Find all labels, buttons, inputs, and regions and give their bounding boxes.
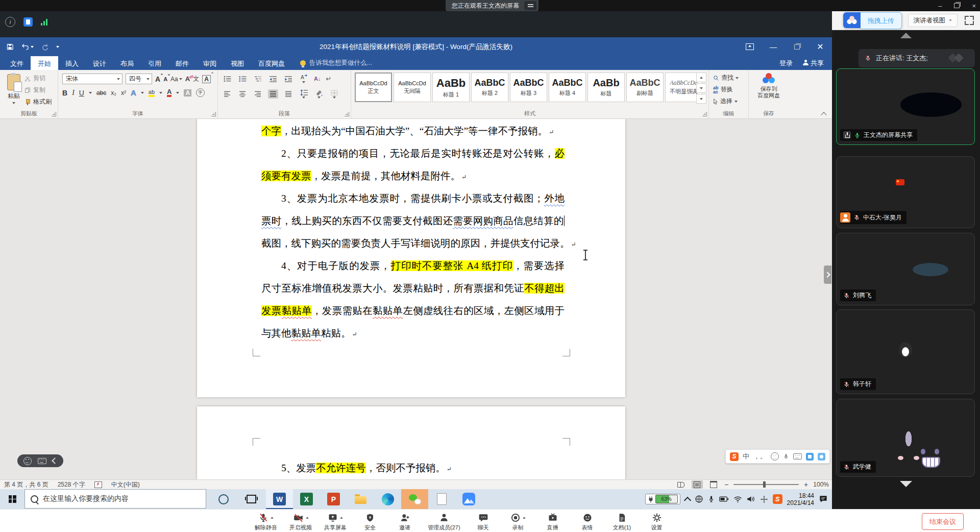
participant-tile[interactable]: 刘腾飞: [836, 233, 975, 305]
sogou-tray-icon[interactable]: S: [773, 494, 782, 504]
tab-references[interactable]: 引用: [141, 56, 168, 70]
tray-expand-icon[interactable]: [684, 496, 691, 503]
taskbar-notepad[interactable]: [428, 489, 455, 509]
share-screen-button[interactable]: 共享屏幕: [324, 512, 347, 531]
participant-tile[interactable]: 武学健: [836, 399, 975, 477]
taskbar-word[interactable]: W: [266, 489, 293, 509]
collapse-ribbon-button[interactable]: [822, 112, 827, 115]
style-title[interactable]: AaBb标题: [587, 72, 625, 102]
meeting-info-icon[interactable]: i: [5, 17, 15, 27]
bullets-button[interactable]: [222, 74, 232, 83]
mute-button[interactable]: 解除静音: [254, 512, 278, 531]
soft-keyboard-icon[interactable]: [793, 453, 802, 460]
zoom-level[interactable]: 100%: [813, 481, 829, 488]
underline-button[interactable]: U: [79, 89, 84, 97]
view-mode-button[interactable]: 演讲者视图: [908, 14, 958, 27]
zoom-out-button[interactable]: −: [724, 480, 728, 489]
sort-button[interactable]: A↓: [314, 76, 321, 82]
share-options-arrow[interactable]: [340, 517, 342, 519]
font-dialog-launcher[interactable]: [211, 112, 216, 116]
sogou-logo-icon[interactable]: S: [730, 452, 739, 461]
line-spacing-button[interactable]: [299, 89, 309, 99]
text-effects-dropdown-icon[interactable]: [141, 92, 144, 94]
grow-font-button[interactable]: A: [155, 75, 160, 83]
taskbar-clock[interactable]: 18:44 2021/4/14: [787, 492, 814, 506]
italic-button[interactable]: I: [72, 89, 75, 97]
security-button[interactable]: 安全: [358, 512, 382, 531]
cut-button[interactable]: 剪切: [24, 74, 52, 83]
settings-button[interactable]: 设置: [645, 512, 669, 531]
wifi-icon[interactable]: [733, 496, 742, 503]
document-area[interactable]: 个字，出现抬头为“中国石油大学”、“石油大学”等一律不予报销。↵2、只要是报销的…: [0, 119, 832, 479]
expand-panel-tab[interactable]: [824, 265, 831, 284]
tab-mailings[interactable]: 邮件: [168, 56, 196, 70]
tab-baidu-netdisk[interactable]: 百度网盘: [251, 56, 292, 70]
find-button[interactable]: 查找: [713, 74, 739, 82]
font-size-select[interactable]: 四号: [126, 74, 152, 84]
taskbar-powerpoint[interactable]: P: [320, 489, 347, 509]
taskbar-search-box[interactable]: 在这里输入你要搜索的内容: [24, 489, 206, 509]
asian-layout-button[interactable]: A: [299, 74, 309, 83]
document-page-4[interactable]: 个字，出现抬头为“中国石油大学”、“石油大学”等一律不予报销。↵2、只要是报销的…: [197, 119, 625, 397]
save-icon[interactable]: [6, 43, 14, 51]
undo-dropdown-icon[interactable]: [31, 46, 34, 48]
increase-indent-button[interactable]: [283, 74, 293, 83]
punctuation-mode[interactable]: ，。: [753, 452, 767, 461]
taskbar-wechat[interactable]: [401, 489, 428, 509]
tab-design[interactable]: 设计: [86, 56, 113, 70]
skin-icon[interactable]: [806, 453, 814, 461]
align-center-button[interactable]: [237, 89, 248, 99]
live-button[interactable]: 直播: [541, 512, 565, 531]
record-options-arrow[interactable]: [523, 517, 525, 519]
participant-tile[interactable]: 韩子轩: [836, 309, 975, 394]
style-subtitle[interactable]: AaBbC副标题: [626, 72, 664, 102]
fullscreen-button[interactable]: [964, 15, 975, 26]
keyboard-icon[interactable]: [38, 458, 46, 464]
font-color-button[interactable]: A: [167, 89, 172, 97]
participant-tile-sharing[interactable]: 王文杰的屏幕共享: [836, 68, 975, 145]
read-mode-button[interactable]: [675, 480, 687, 489]
tab-review[interactable]: 审阅: [196, 56, 224, 70]
print-layout-button[interactable]: [692, 480, 703, 489]
battery-tray-icon[interactable]: [719, 496, 729, 502]
font-family-select[interactable]: 宋体: [62, 74, 122, 84]
styles-dialog-launcher[interactable]: [702, 112, 707, 116]
close-button[interactable]: ×: [972, 2, 976, 10]
chat-button[interactable]: 聊天: [472, 512, 495, 531]
phonetic-guide-button[interactable]: 文: [193, 75, 199, 83]
share-button[interactable]: 共享: [803, 59, 824, 68]
clear-formatting-button[interactable]: A: [185, 75, 190, 83]
word-close-button[interactable]: ✕: [808, 37, 832, 56]
clipboard-dialog-launcher[interactable]: [52, 112, 56, 116]
multilevel-list-button[interactable]: [253, 74, 263, 83]
zoom-slider[interactable]: [733, 484, 799, 485]
replace-button[interactable]: abac 替换: [713, 85, 739, 94]
login-button[interactable]: 登录: [779, 59, 793, 68]
emoji-toolbar[interactable]: [17, 454, 63, 467]
styles-more-button[interactable]: [696, 94, 706, 104]
style-heading2[interactable]: AaBbC标题 2: [471, 72, 508, 102]
meeting-doc-icon[interactable]: [23, 17, 33, 27]
tab-file[interactable]: 文件: [3, 56, 31, 70]
network-globe-icon[interactable]: [695, 495, 703, 503]
tell-me-box[interactable]: 告诉我您想要做什么...: [300, 56, 372, 70]
change-case-button[interactable]: Aa: [170, 76, 182, 83]
record-button[interactable]: 录制: [506, 512, 530, 531]
input-mode-chinese[interactable]: 中: [743, 452, 749, 461]
styles-scroll-down-button[interactable]: [696, 83, 706, 93]
style-heading1[interactable]: AaBb标题 1: [432, 72, 470, 102]
volume-icon[interactable]: [747, 495, 755, 503]
undo-button[interactable]: [21, 43, 34, 50]
taskbar-file-explorer[interactable]: [347, 489, 374, 509]
zoom-in-button[interactable]: +: [804, 480, 808, 489]
paste-button[interactable]: 粘贴: [4, 74, 23, 108]
emoji-face-icon[interactable]: [23, 457, 32, 465]
shading-button[interactable]: [314, 89, 324, 99]
collapse-up-arrow[interactable]: [900, 33, 912, 38]
proofing-status-icon[interactable]: ✗: [94, 481, 102, 488]
microphone-tray-icon[interactable]: [708, 495, 715, 503]
borders-button[interactable]: [329, 89, 339, 99]
word-minimize-button[interactable]: —: [762, 37, 785, 56]
format-painter-button[interactable]: 格式刷: [24, 98, 52, 106]
move-tool-icon[interactable]: [760, 495, 768, 503]
